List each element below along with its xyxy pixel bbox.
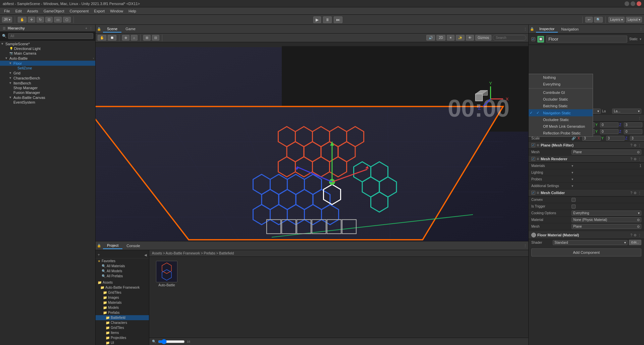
scene-effects[interactable]: ✨ [456,35,465,41]
file-tree-all-prefabs[interactable]: 🔍 All Prefabs [96,274,149,279]
file-tree-items[interactable]: 📁 Items [96,330,149,335]
tree-item-fusion-manager[interactable]: Fusion Manager [0,90,95,95]
tree-item-sellzone[interactable]: SellZone [0,66,95,70]
mesh-renderer-settings[interactable]: ⚙ [634,157,637,161]
tree-item-grid[interactable]: ▾ Grid [0,70,95,75]
add-component-button[interactable]: Add Component [531,248,641,256]
tool-rotate[interactable]: ↻ [37,17,44,22]
menu-export[interactable]: Export [91,8,107,14]
mesh-collider-settings[interactable]: ⚙ [634,191,637,195]
file-tree-all-materials[interactable]: 🔍 All Materials [96,264,149,269]
probes-row[interactable]: Probes ▾ [529,176,644,183]
tab-navigation[interactable]: Navigation [558,26,582,32]
minimize-button[interactable] [625,1,629,6]
scene-shading[interactable]: 🔲 [108,35,116,41]
scene-audio[interactable]: 🔊 [426,35,435,41]
tool-scale[interactable]: ⊡ [45,17,53,22]
file-tree-gridtiles2[interactable]: 📁 GridTiles [96,325,149,330]
tree-item-floor[interactable]: ▾ Floor [0,61,95,66]
hierarchy-add-btn[interactable]: + [85,26,87,30]
undo-button[interactable]: ↩ [585,17,593,22]
scene-hidden[interactable]: 👁 [466,35,474,41]
file-zoom-slider[interactable] [158,339,185,344]
lighting-row[interactable]: Lighting ▾ [529,169,644,176]
dropdown-nothing[interactable]: Nothing [529,74,593,81]
tab-inspector[interactable]: Inspector [536,26,558,33]
tree-item-event-system[interactable]: EventSystem [0,100,95,105]
tree-item-character-bench[interactable]: ▾ CharacterBench [0,75,95,80]
static-dropdown-arrow[interactable]: ▾ [640,37,641,41]
layers-dropdown[interactable]: Layers ▾ [608,17,625,22]
scale-z-input[interactable] [630,136,644,141]
mesh-renderer-options[interactable]: ⋮ [638,157,641,161]
step-button[interactable]: ⏭ [334,16,342,23]
close-button[interactable] [637,1,641,6]
tree-item-auto-battle-canvas[interactable]: ▾ Auto-Battle Canvas [0,95,95,100]
transform-options[interactable]: ⋮ [638,116,641,120]
tree-item-main-camera[interactable]: 📷 Main Camera [0,51,95,56]
scene-lighting[interactable]: ☀ [447,35,454,41]
collider-mesh-dropdown[interactable]: Plane ⊙ [572,224,641,229]
floor-material-help[interactable]: ? [630,233,632,237]
maximize-button[interactable] [631,1,635,6]
tree-item-directional-light[interactable]: 💡 Directional Light [0,46,95,51]
scene-menu-btn[interactable]: ⋮ [524,27,527,31]
account-dropdown[interactable]: JR ▾ [2,17,12,22]
dropdown-off-mesh[interactable]: Off Mesh Link Generation [529,123,593,130]
tool-move[interactable]: ✛ [28,17,35,22]
materials-row[interactable]: Materials ▾ 1 [529,163,644,169]
bottom-panel-menu[interactable]: ⋮ [524,244,527,247]
mesh-renderer-header[interactable]: ✓ ⊞ Mesh Renderer ? ⚙ ⋮ [529,156,644,163]
mesh-filter-enabled[interactable]: ✓ [531,143,535,147]
position-z-input[interactable] [624,122,642,127]
file-tree-battlefield[interactable]: 📁 Battlefield [96,315,149,320]
mesh-value-field[interactable]: Plane ⊙ [572,150,641,155]
cooking-options-dropdown[interactable]: Everything ▾ [572,211,641,216]
shader-dropdown[interactable]: Standard ▾ [553,240,628,245]
scene-gizmos[interactable]: Gizmos [475,35,491,41]
inspector-menu-btn[interactable]: ⋮ [639,27,643,31]
floor-material-options[interactable]: ⋮ [638,233,641,237]
tree-item-shop-manager[interactable]: Shop Manager [0,85,95,90]
file-tree-favorites[interactable]: ★ Favorites [96,258,149,264]
scene-tool-hand[interactable]: ✋ [98,35,106,41]
menu-edit[interactable]: Edit [13,8,24,14]
file-item-auto-battle[interactable]: Auto-Battle [153,261,180,287]
tab-project[interactable]: Project [103,242,122,249]
mesh-collider-enabled[interactable]: ✓ [531,191,535,195]
hierarchy-search-input[interactable] [8,33,93,39]
scene-grid[interactable]: ⊞ [143,35,151,41]
dropdown-navigation-static[interactable]: ✓ Navigation Static [529,109,593,116]
menu-component[interactable]: Component [67,8,91,14]
floor-material-header[interactable]: Floor Material (Material) ? ⚙ ⋮ [529,231,644,239]
add-folder-btn[interactable]: + [98,252,100,257]
dropdown-occludee-static[interactable]: Occludee Static [529,116,593,123]
file-tree-ui[interactable]: 📁 UI [96,340,149,345]
tab-scene[interactable]: Scene [103,26,121,33]
scene-pivot[interactable]: ⊕ [122,35,129,41]
dropdown-occluder-static[interactable]: Occluder Static [529,96,593,103]
dropdown-batching-static[interactable]: Batching Static [529,103,593,109]
scene-view[interactable]: Persp [96,42,528,241]
file-tree-images[interactable]: 📁 Images [96,295,149,300]
dropdown-everything[interactable]: Everything [529,81,593,88]
mesh-collider-options[interactable]: ⋮ [638,191,641,195]
scene-search-input[interactable] [493,35,526,41]
convex-checkbox[interactable]: ✓ [572,198,576,202]
tool-hand[interactable]: ✋ [18,17,26,22]
mesh-filter-header[interactable]: ✓ ⊞ Plane (Mesh Filter) ? ⚙ ⋮ [529,142,644,149]
file-tree-prefabs[interactable]: 📁 Prefabs [96,310,149,315]
menu-gameobject[interactable]: GameObject [41,8,67,14]
tool-rect[interactable]: ▭ [54,17,62,22]
mesh-filter-options[interactable]: ⋮ [638,143,641,147]
scene-2d-toggle[interactable]: 2D [436,35,445,41]
file-tree-toggle[interactable]: ◀ [144,253,147,257]
menu-file[interactable]: File [1,8,13,14]
scene-global[interactable]: ⌂ [131,35,138,41]
position-y-input[interactable] [600,122,619,127]
dropdown-contribute-gi[interactable]: Contribute GI [529,89,593,96]
file-tree-all-models[interactable]: 🔍 All Models [96,269,149,274]
tree-item-samplescene[interactable]: ▾ SampleScene* [0,41,95,46]
mesh-filter-settings[interactable]: ⚙ [634,143,637,147]
dropdown-reflection-probe[interactable]: Reflection Probe Static [529,130,593,136]
